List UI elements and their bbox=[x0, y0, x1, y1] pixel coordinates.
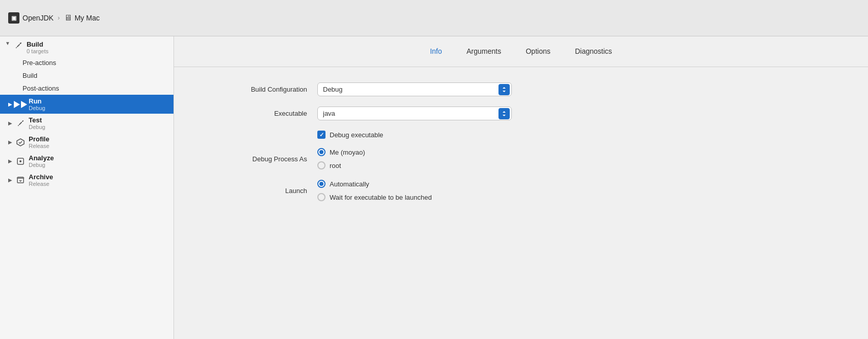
svg-point-2 bbox=[19, 160, 21, 162]
archive-expand-chevron: ▶ bbox=[8, 177, 12, 183]
build-configuration-row: Build Configuration Debug Release bbox=[205, 82, 837, 96]
launch-radio-group: Automatically Wait for executable to be … bbox=[317, 180, 432, 201]
tab-arguments[interactable]: Arguments bbox=[467, 45, 502, 58]
sidebar-item-test[interactable]: ▶ Test Debug bbox=[0, 114, 173, 133]
radio-row-wait: Wait for executable to be launched bbox=[317, 193, 432, 201]
analyze-subtitle: Debug bbox=[29, 162, 54, 168]
debug-process-as-row: Debug Process As Me (moyao) root bbox=[205, 148, 837, 170]
radio-me[interactable] bbox=[317, 148, 326, 156]
executable-control: java bbox=[317, 107, 512, 120]
archive-text: Archive Release bbox=[29, 173, 53, 187]
machine-info: 🖥 My Mac bbox=[64, 13, 100, 23]
test-text: Test Debug bbox=[29, 116, 45, 130]
radio-row-me: Me (moyao) bbox=[317, 148, 365, 156]
run-text: Run Debug bbox=[29, 97, 45, 111]
run-expand-chevron: ▶ bbox=[8, 101, 12, 107]
machine-name: My Mac bbox=[75, 14, 100, 22]
build-icon bbox=[13, 40, 24, 51]
debug-process-as-label: Debug Process As bbox=[205, 155, 307, 163]
archive-icon bbox=[15, 175, 26, 185]
settings-panel: Build Configuration Debug Release bbox=[174, 67, 868, 339]
sidebar: ▼ Build 0 targets Pre-actions Build Post… bbox=[0, 36, 174, 339]
profile-icon bbox=[15, 137, 26, 147]
main-container: ▼ Build 0 targets Pre-actions Build Post… bbox=[0, 36, 868, 339]
sidebar-item-build[interactable]: ▼ Build 0 targets bbox=[0, 36, 173, 56]
profile-subtitle: Release bbox=[29, 143, 49, 149]
analyze-icon bbox=[15, 156, 26, 166]
breadcrumb-chevron: › bbox=[58, 14, 60, 22]
run-subtitle: Debug bbox=[29, 105, 45, 111]
executable-select-wrapper: java bbox=[317, 107, 512, 120]
profile-text: Profile Release bbox=[29, 135, 49, 149]
executable-label: Executable bbox=[205, 110, 307, 117]
test-icon bbox=[15, 118, 26, 129]
debug-executable-row: Debug executable bbox=[317, 131, 837, 139]
svg-point-0 bbox=[19, 43, 20, 44]
build-configuration-label: Build Configuration bbox=[205, 86, 307, 93]
radio-automatically[interactable] bbox=[317, 180, 326, 188]
radio-wait[interactable] bbox=[317, 193, 326, 201]
test-expand-chevron: ▶ bbox=[8, 120, 12, 126]
sidebar-item-build[interactable]: Build bbox=[0, 69, 173, 82]
content-area: Info Arguments Options Diagnostics Build… bbox=[174, 36, 868, 339]
analyze-text: Analyze Debug bbox=[29, 154, 54, 168]
build-text: Build 0 targets bbox=[27, 40, 49, 54]
sidebar-item-analyze[interactable]: ▶ Analyze Debug bbox=[0, 152, 173, 171]
monitor-icon: 🖥 bbox=[64, 13, 72, 23]
svg-rect-3 bbox=[17, 178, 24, 183]
tab-options[interactable]: Options bbox=[526, 45, 550, 58]
sidebar-item-post-actions[interactable]: Post-actions bbox=[0, 82, 173, 95]
archive-subtitle: Release bbox=[29, 181, 53, 187]
tabs-bar: Info Arguments Options Diagnostics bbox=[174, 36, 868, 67]
build-configuration-control: Debug Release bbox=[317, 82, 512, 96]
launch-control: Automatically Wait for executable to be … bbox=[317, 180, 432, 201]
run-icon bbox=[15, 99, 26, 110]
executable-select[interactable]: java bbox=[317, 107, 512, 120]
build-expand-chevron: ▼ bbox=[5, 40, 10, 46]
tab-diagnostics[interactable]: Diagnostics bbox=[575, 45, 612, 58]
sidebar-item-run[interactable]: ▶ Run Debug bbox=[0, 95, 173, 114]
build-title: Build bbox=[27, 40, 49, 48]
sidebar-item-pre-actions[interactable]: Pre-actions bbox=[0, 56, 173, 69]
debug-process-as-control: Me (moyao) root bbox=[317, 148, 365, 170]
profile-expand-chevron: ▶ bbox=[8, 139, 12, 145]
radio-root-label: root bbox=[330, 162, 341, 170]
archive-title: Archive bbox=[29, 173, 53, 181]
project-name: OpenJDK bbox=[23, 14, 54, 22]
debug-executable-label: Debug executable bbox=[330, 131, 383, 139]
radio-row-automatically: Automatically bbox=[317, 180, 432, 188]
analyze-title: Analyze bbox=[29, 154, 54, 162]
executable-row: Executable java bbox=[205, 107, 837, 120]
debug-process-radio-group: Me (moyao) root bbox=[317, 148, 365, 170]
analyze-expand-chevron: ▶ bbox=[8, 158, 12, 164]
sidebar-item-profile[interactable]: ▶ Profile Release bbox=[0, 133, 173, 152]
debug-executable-checkbox[interactable] bbox=[317, 131, 326, 139]
launch-row: Launch Automatically Wait for executable… bbox=[205, 180, 837, 201]
test-subtitle: Debug bbox=[29, 124, 45, 130]
build-subtitle: 0 targets bbox=[27, 48, 49, 54]
tab-info[interactable]: Info bbox=[430, 45, 442, 58]
launch-label: Launch bbox=[205, 187, 307, 195]
radio-automatically-label: Automatically bbox=[330, 180, 369, 188]
run-title: Run bbox=[29, 97, 45, 105]
build-configuration-select[interactable]: Debug Release bbox=[317, 82, 512, 96]
top-bar: ▣ OpenJDK › 🖥 My Mac bbox=[0, 0, 868, 36]
profile-title: Profile bbox=[29, 135, 49, 143]
radio-wait-label: Wait for executable to be launched bbox=[330, 194, 432, 201]
build-configuration-select-wrapper: Debug Release bbox=[317, 82, 512, 96]
app-icon: ▣ bbox=[8, 12, 19, 24]
radio-row-root: root bbox=[317, 161, 365, 170]
test-title: Test bbox=[29, 116, 45, 124]
sidebar-item-archive[interactable]: ▶ Archive Release bbox=[0, 171, 173, 189]
radio-me-label: Me (moyao) bbox=[330, 149, 365, 156]
radio-root[interactable] bbox=[317, 161, 326, 170]
